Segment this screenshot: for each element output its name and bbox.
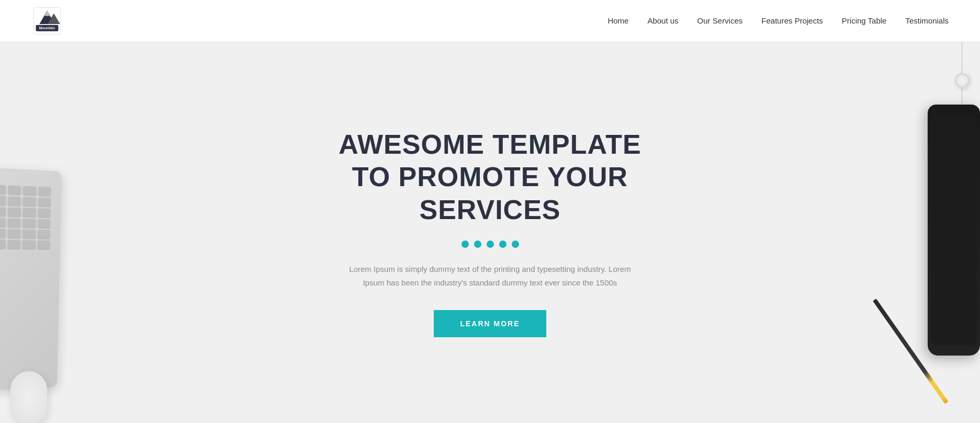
keyboard-key [38, 219, 51, 228]
earphone-cord [961, 42, 963, 105]
hero-title: AWESOME TEMPLATE TO PROMOTE YOUR SERVICE… [291, 128, 689, 226]
nav-item-services[interactable]: Our Services [697, 16, 743, 26]
keyboard-key [22, 219, 36, 227]
keyboard-key [38, 208, 51, 217]
hero-section: AWESOME TEMPLATE TO PROMOTE YOUR SERVICE… [0, 42, 980, 423]
keyboard-key [0, 196, 6, 205]
keyboard-key [22, 240, 36, 249]
nav-link-testimonials[interactable]: Testimonials [905, 16, 949, 25]
keyboard-key [8, 185, 21, 195]
learn-more-button[interactable]: LEARN MORE [434, 310, 546, 337]
hero-title-line1: AWESOME TEMPLATE [339, 129, 641, 159]
keyboard-key [23, 186, 36, 196]
hero-description: Lorem Ipsum is simply dummy text of the … [339, 262, 642, 289]
hero-decoration-right [896, 42, 980, 423]
nav-link-pricing[interactable]: Pricing Table [842, 16, 887, 25]
keyboard-key [22, 230, 36, 238]
keyboard-key [0, 239, 5, 248]
keyboard-decoration [0, 168, 62, 390]
hero-dot-2 [474, 241, 481, 248]
keyboard-key [37, 241, 50, 249]
mouse-decoration [10, 371, 47, 423]
keyboard-key [22, 208, 36, 216]
nav-item-features[interactable]: Features Projects [761, 16, 823, 26]
pencil-decoration [873, 299, 948, 404]
hero-dots [291, 241, 689, 248]
keyboard-key [38, 198, 51, 207]
hero-title-line2: TO PROMOTE YOUR SERVICES [352, 162, 628, 224]
keyboard-key [7, 208, 20, 216]
keyboard-key [8, 197, 21, 206]
nav-link-home[interactable]: Home [607, 16, 628, 25]
navbar: Mountain Home About us Our Services Feat… [0, 0, 980, 42]
phone-decoration [928, 105, 980, 356]
nav-link-features[interactable]: Features Projects [761, 16, 823, 25]
svg-text:Mountain: Mountain [39, 26, 55, 30]
keyboard-key [0, 207, 5, 216]
nav-item-about[interactable]: About us [647, 16, 678, 26]
keyboard-keys [0, 185, 51, 249]
hero-dot-1 [461, 241, 469, 248]
hero-dot-4 [499, 241, 506, 248]
keyboard-key [23, 197, 36, 207]
keyboard-key [7, 218, 20, 227]
nav-item-pricing[interactable]: Pricing Table [842, 16, 887, 26]
hero-dot-3 [487, 241, 494, 248]
hero-dot-5 [512, 241, 519, 248]
keyboard-key [0, 218, 5, 227]
hero-decoration-left [0, 110, 73, 423]
nav-item-home[interactable]: Home [607, 16, 628, 26]
keyboard-key [38, 187, 51, 196]
nav-links: Home About us Our Services Features Proj… [607, 16, 949, 26]
mountain-logo-icon: Mountain [31, 5, 63, 37]
keyboard-key [0, 185, 6, 194]
keyboard-key [0, 228, 5, 237]
nav-item-testimonials[interactable]: Testimonials [905, 16, 949, 26]
nav-link-about[interactable]: About us [647, 16, 678, 25]
keyboard-key [37, 230, 50, 238]
earphone-bud [955, 73, 970, 88]
hero-content: AWESOME TEMPLATE TO PROMOTE YOUR SERVICE… [281, 107, 700, 358]
keyboard-key [7, 229, 20, 238]
nav-link-services[interactable]: Our Services [697, 16, 743, 25]
phone-screen [931, 115, 977, 345]
logo[interactable]: Mountain [31, 5, 63, 37]
keyboard-key [7, 240, 20, 249]
